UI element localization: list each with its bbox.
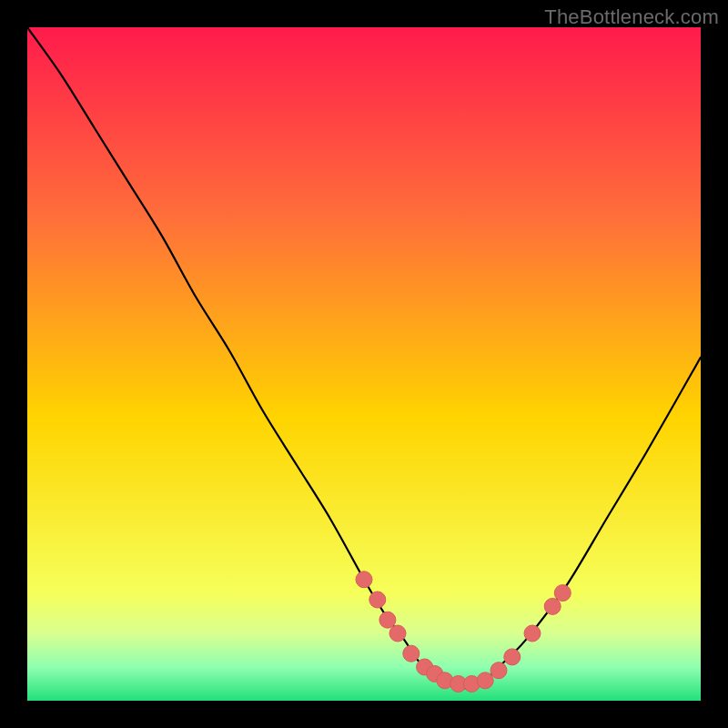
curve-marker bbox=[369, 592, 386, 608]
curve-marker bbox=[490, 662, 507, 679]
curve-marker bbox=[379, 612, 396, 628]
chart-svg bbox=[27, 27, 701, 701]
curve-marker bbox=[524, 625, 541, 642]
curve-marker bbox=[403, 645, 420, 662]
plot-area bbox=[27, 27, 701, 701]
curve-marker bbox=[504, 649, 521, 665]
curve-marker bbox=[389, 625, 406, 642]
curve-marker bbox=[554, 585, 571, 602]
chart-stage: TheBottleneck.com bbox=[0, 0, 728, 728]
watermark-text: TheBottleneck.com bbox=[544, 5, 719, 29]
gradient-background bbox=[27, 27, 701, 701]
curve-marker bbox=[544, 598, 561, 614]
curve-marker bbox=[356, 571, 372, 588]
curve-marker bbox=[477, 672, 493, 689]
